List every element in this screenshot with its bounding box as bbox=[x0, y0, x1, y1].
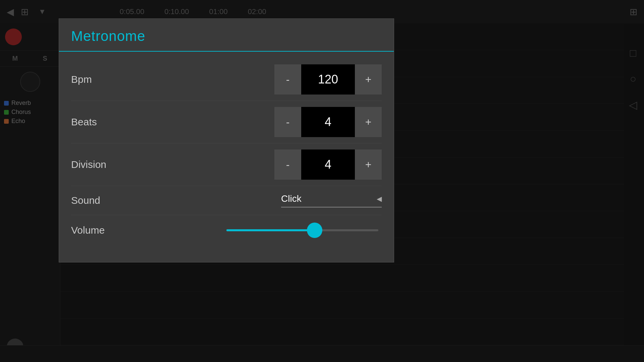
bpm-minus-button[interactable]: - bbox=[274, 64, 301, 95]
beats-plus-button[interactable]: + bbox=[355, 107, 382, 137]
modal-header: Metronome bbox=[59, 19, 394, 52]
division-stepper: - 4 + bbox=[274, 149, 382, 180]
division-plus-button[interactable]: + bbox=[355, 149, 382, 180]
bpm-plus-button[interactable]: + bbox=[355, 64, 382, 95]
modal-title: Metronome bbox=[71, 28, 382, 44]
sound-arrow-icon: ◀ bbox=[377, 195, 382, 203]
sound-value: Click bbox=[281, 193, 377, 204]
division-label: Division bbox=[71, 159, 274, 170]
modal-body: Bpm - 120 + Beats - 4 + Division - 4 + bbox=[59, 52, 394, 252]
beats-value: 4 bbox=[301, 107, 355, 137]
sound-row: Sound Click ◀ bbox=[71, 186, 382, 215]
division-row: Division - 4 + bbox=[71, 143, 382, 186]
volume-label: Volume bbox=[71, 225, 223, 236]
sound-label: Sound bbox=[71, 195, 281, 206]
metronome-modal: Metronome Bpm - 120 + Beats - 4 + Divisi… bbox=[59, 18, 394, 262]
bpm-row: Bpm - 120 + bbox=[71, 58, 382, 101]
bpm-value: 120 bbox=[301, 64, 355, 95]
volume-slider-fill bbox=[226, 229, 315, 231]
beats-row: Beats - 4 + bbox=[71, 101, 382, 143]
volume-row: Volume bbox=[71, 215, 382, 245]
division-value: 4 bbox=[301, 149, 355, 180]
bpm-label: Bpm bbox=[71, 74, 274, 85]
beats-minus-button[interactable]: - bbox=[274, 107, 301, 137]
volume-slider-track[interactable] bbox=[226, 229, 378, 231]
volume-slider-thumb[interactable] bbox=[307, 223, 322, 238]
beats-label: Beats bbox=[71, 116, 274, 128]
division-minus-button[interactable]: - bbox=[274, 149, 301, 180]
beats-stepper: - 4 + bbox=[274, 107, 382, 137]
sound-select[interactable]: Click ◀ bbox=[281, 193, 382, 207]
bpm-stepper: - 120 + bbox=[274, 64, 382, 95]
